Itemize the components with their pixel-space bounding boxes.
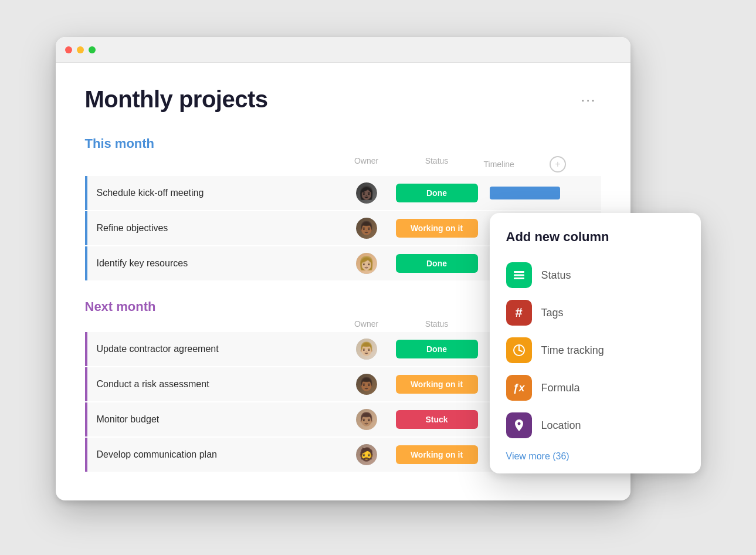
add-column-popup: Add new column Status # Tags xyxy=(490,213,701,473)
col-header-timeline-row: Timeline + xyxy=(484,156,601,172)
avatar: 👩🏿 xyxy=(356,182,377,204)
status-icon xyxy=(506,262,532,288)
view-more-link[interactable]: View more (36) xyxy=(506,451,684,462)
add-column-button-this[interactable]: + xyxy=(550,156,566,172)
section-title-this-month: This month xyxy=(85,136,155,151)
col-header-owner-this: Owner xyxy=(343,156,390,172)
section-header-this-month: This month xyxy=(85,136,601,151)
minimize-button[interactable] xyxy=(77,46,84,53)
column-option-label: Formula xyxy=(541,382,580,394)
column-option-tags[interactable]: # Tags xyxy=(506,294,684,331)
page-title-row: Monthly projects ··· xyxy=(85,86,601,113)
column-option-time-tracking[interactable]: Time tracking xyxy=(506,331,684,369)
task-name: Schedule kick-off meeting xyxy=(97,188,343,198)
status-badge: Working on it xyxy=(396,219,478,238)
close-button[interactable] xyxy=(65,46,72,53)
column-option-status[interactable]: Status xyxy=(506,256,684,294)
maximize-button[interactable] xyxy=(89,46,96,53)
section-title-next-month: Next month xyxy=(85,299,156,314)
avatar: 👩🏼 xyxy=(356,253,377,274)
status-badge: Done xyxy=(396,184,478,202)
column-option-location[interactable]: Location xyxy=(506,407,684,444)
status-badge: Working on it xyxy=(396,375,478,394)
status-badge: Stuck xyxy=(396,410,478,429)
avatar-img: 👩🏿 xyxy=(356,182,377,204)
location-icon xyxy=(506,412,532,438)
avatar-img: 👨🏼 xyxy=(356,339,377,360)
column-option-formula[interactable]: ƒx Formula xyxy=(506,369,684,407)
task-name: Conduct a risk assessment xyxy=(97,379,343,390)
task-name: Update contractor agreement xyxy=(97,344,343,354)
window-titlebar xyxy=(56,37,630,63)
col-header-status-this: Status xyxy=(390,156,484,172)
avatar-img: 👩🏼 xyxy=(356,253,377,274)
task-name: Monitor budget xyxy=(97,414,343,425)
more-options-button[interactable]: ··· xyxy=(576,89,601,110)
col-header-status-next: Status xyxy=(390,319,484,329)
page-title: Monthly projects xyxy=(85,86,268,113)
col-header-timeline-this: Timeline xyxy=(484,160,514,169)
formula-icon: ƒx xyxy=(506,375,532,401)
status-badge: Done xyxy=(396,254,478,273)
column-headers-this-month: Owner Status Timeline + xyxy=(85,156,601,176)
popup-title: Add new column xyxy=(506,229,684,245)
avatar-img: 👨🏾 xyxy=(356,374,377,395)
table-row: Schedule kick-off meeting 👩🏿 Done xyxy=(85,176,601,210)
avatar-img: 👨🏽 xyxy=(356,409,377,430)
status-badge: Done xyxy=(396,340,478,358)
task-name: Identify key resources xyxy=(97,258,343,269)
column-option-label: Location xyxy=(541,419,581,432)
scene: Monthly projects ··· This month Owner St… xyxy=(56,37,701,518)
tags-icon: # xyxy=(506,300,532,326)
column-option-label: Status xyxy=(541,269,571,282)
col-header-task xyxy=(94,156,343,172)
avatar-img: 🧔 xyxy=(356,444,377,465)
column-option-label: Tags xyxy=(541,307,564,319)
avatar: 👨🏼 xyxy=(356,339,377,360)
avatar: 👨🏾 xyxy=(356,374,377,395)
timeline-bar xyxy=(490,187,560,199)
task-name: Refine objectives xyxy=(97,223,343,233)
avatar: 👨🏽 xyxy=(356,409,377,430)
col-header-task-next xyxy=(94,319,343,329)
svg-rect-1 xyxy=(514,275,524,276)
task-name: Develop communication plan xyxy=(97,449,343,460)
time-tracking-icon xyxy=(506,337,532,363)
avatar-img: 👨🏾 xyxy=(356,218,377,239)
svg-point-4 xyxy=(517,422,520,425)
col-header-owner-next: Owner xyxy=(343,319,390,329)
traffic-lights xyxy=(65,46,96,53)
status-badge: Working on it xyxy=(396,445,478,464)
avatar: 👨🏾 xyxy=(356,218,377,239)
avatar: 🧔 xyxy=(356,444,377,465)
column-option-label: Time tracking xyxy=(541,344,604,357)
svg-rect-0 xyxy=(514,271,524,273)
svg-rect-2 xyxy=(514,278,524,279)
